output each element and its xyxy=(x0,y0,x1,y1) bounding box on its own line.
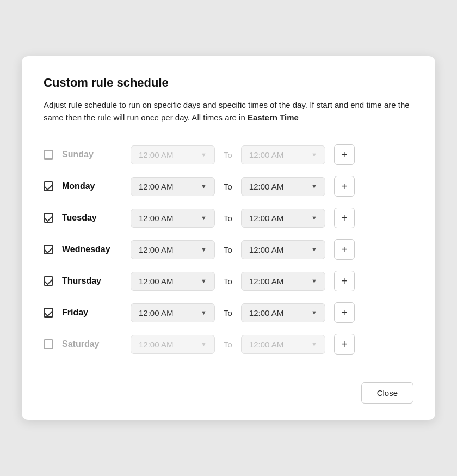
from-chevron-tuesday: ▼ xyxy=(201,215,207,221)
from-time-sunday: 12:00 AM▼ xyxy=(131,145,215,164)
from-chevron-monday: ▼ xyxy=(201,183,207,190)
from-time-monday[interactable]: 12:00 AM▼ xyxy=(131,177,215,196)
checkbox-sunday[interactable] xyxy=(44,150,53,160)
from-chevron-thursday: ▼ xyxy=(201,278,207,284)
close-button[interactable]: Close xyxy=(361,382,413,404)
to-time-monday[interactable]: 12:00 AM▼ xyxy=(241,177,325,196)
description-bold: Eastern Time xyxy=(248,113,299,122)
day-row-friday: Friday12:00 AM▼To12:00 AM▼+ xyxy=(44,297,413,328)
to-chevron-sunday: ▼ xyxy=(311,151,317,158)
from-time-value-friday: 12:00 AM xyxy=(139,308,173,318)
to-time-value-thursday: 12:00 AM xyxy=(249,277,283,286)
description-text: Adjust rule schedule to run on specific … xyxy=(44,100,410,122)
to-time-value-tuesday: 12:00 AM xyxy=(249,213,283,223)
from-time-friday[interactable]: 12:00 AM▼ xyxy=(131,303,215,322)
checkbox-thursday[interactable] xyxy=(44,276,53,286)
to-chevron-saturday: ▼ xyxy=(311,341,317,347)
from-time-value-monday: 12:00 AM xyxy=(139,182,173,191)
to-chevron-thursday: ▼ xyxy=(311,278,317,284)
to-time-sunday: 12:00 AM▼ xyxy=(241,145,325,164)
to-chevron-friday: ▼ xyxy=(311,309,317,316)
to-label-saturday: To xyxy=(224,340,232,349)
day-row-saturday: Saturday12:00 AM▼To12:00 AM▼+ xyxy=(44,328,413,360)
day-label-friday: Friday xyxy=(62,308,122,318)
to-time-value-saturday: 12:00 AM xyxy=(249,340,283,349)
checkbox-tuesday[interactable] xyxy=(44,213,53,223)
day-label-monday: Monday xyxy=(62,181,122,191)
from-chevron-friday: ▼ xyxy=(201,309,207,316)
day-label-saturday: Saturday xyxy=(62,339,122,349)
to-time-value-sunday: 12:00 AM xyxy=(249,150,283,160)
days-list: Sunday12:00 AM▼To12:00 AM▼+Monday12:00 A… xyxy=(44,139,413,360)
checkbox-wednesday[interactable] xyxy=(44,245,53,254)
from-chevron-saturday: ▼ xyxy=(201,341,207,347)
to-time-value-monday: 12:00 AM xyxy=(249,182,283,191)
day-row-tuesday: Tuesday12:00 AM▼To12:00 AM▼+ xyxy=(44,202,413,234)
to-label-friday: To xyxy=(224,308,232,318)
from-time-thursday[interactable]: 12:00 AM▼ xyxy=(131,272,215,291)
plus-button-friday[interactable]: + xyxy=(334,302,355,323)
from-time-value-thursday: 12:00 AM xyxy=(139,277,173,286)
from-time-tuesday[interactable]: 12:00 AM▼ xyxy=(131,209,215,228)
to-time-thursday[interactable]: 12:00 AM▼ xyxy=(241,272,325,291)
day-row-monday: Monday12:00 AM▼To12:00 AM▼+ xyxy=(44,170,413,202)
plus-button-sunday[interactable]: + xyxy=(334,144,355,165)
to-chevron-tuesday: ▼ xyxy=(311,215,317,221)
to-time-wednesday[interactable]: 12:00 AM▼ xyxy=(241,240,325,259)
from-time-saturday: 12:00 AM▼ xyxy=(131,335,215,354)
plus-button-monday[interactable]: + xyxy=(334,176,355,197)
from-time-value-tuesday: 12:00 AM xyxy=(139,213,173,223)
to-chevron-monday: ▼ xyxy=(311,183,317,190)
from-time-value-sunday: 12:00 AM xyxy=(139,150,173,160)
to-time-value-wednesday: 12:00 AM xyxy=(249,245,283,254)
custom-rule-schedule-dialog: Custom rule schedule Adjust rule schedul… xyxy=(22,56,435,420)
from-time-value-saturday: 12:00 AM xyxy=(139,340,173,349)
plus-button-tuesday[interactable]: + xyxy=(334,208,355,228)
dialog-footer: Close xyxy=(44,382,413,404)
to-time-value-friday: 12:00 AM xyxy=(249,308,283,318)
day-row-sunday: Sunday12:00 AM▼To12:00 AM▼+ xyxy=(44,139,413,170)
to-time-friday[interactable]: 12:00 AM▼ xyxy=(241,303,325,322)
dialog-title: Custom rule schedule xyxy=(44,76,413,90)
day-row-wednesday: Wednesday12:00 AM▼To12:00 AM▼+ xyxy=(44,234,413,265)
day-label-wednesday: Wednesday xyxy=(62,245,122,254)
from-time-wednesday[interactable]: 12:00 AM▼ xyxy=(131,240,215,259)
day-label-thursday: Thursday xyxy=(62,276,122,286)
to-label-wednesday: To xyxy=(224,245,232,254)
to-label-monday: To xyxy=(224,182,232,191)
to-chevron-wednesday: ▼ xyxy=(311,246,317,253)
day-row-thursday: Thursday12:00 AM▼To12:00 AM▼+ xyxy=(44,265,413,297)
to-time-saturday: 12:00 AM▼ xyxy=(241,335,325,354)
from-chevron-wednesday: ▼ xyxy=(201,246,207,253)
day-label-tuesday: Tuesday xyxy=(62,213,122,223)
from-chevron-sunday: ▼ xyxy=(201,151,207,158)
plus-button-thursday[interactable]: + xyxy=(334,271,355,291)
divider xyxy=(44,371,413,371)
from-time-value-wednesday: 12:00 AM xyxy=(139,245,173,254)
checkbox-friday[interactable] xyxy=(44,308,53,318)
day-label-sunday: Sunday xyxy=(62,150,122,160)
checkbox-monday[interactable] xyxy=(44,181,53,191)
plus-button-saturday[interactable]: + xyxy=(334,334,355,355)
dialog-description: Adjust rule schedule to run on specific … xyxy=(44,99,413,124)
to-label-tuesday: To xyxy=(224,213,232,223)
plus-button-wednesday[interactable]: + xyxy=(334,239,355,260)
to-label-sunday: To xyxy=(224,150,232,160)
to-label-thursday: To xyxy=(224,277,232,286)
to-time-tuesday[interactable]: 12:00 AM▼ xyxy=(241,209,325,228)
checkbox-saturday[interactable] xyxy=(44,339,53,349)
